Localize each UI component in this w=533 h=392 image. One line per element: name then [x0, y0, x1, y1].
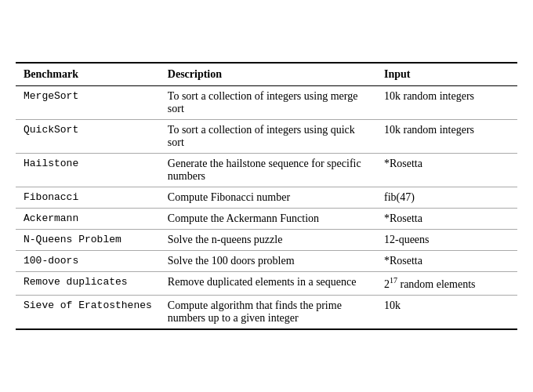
table-row: Remove duplicatesRemove duplicated eleme…	[16, 272, 517, 296]
input-cell: *Rosetta	[376, 251, 517, 272]
description-cell: Compute algorithm that finds the prime n…	[160, 295, 376, 329]
benchmark-cell: Hailstone	[16, 154, 160, 187]
header-benchmark: Benchmark	[16, 63, 160, 86]
table-row: 100-doorsSolve the 100 doors problem*Ros…	[16, 251, 517, 272]
description-cell: Generate the hailstone sequence for spec…	[160, 154, 376, 187]
description-cell: To sort a collection of integers using m…	[160, 86, 376, 120]
benchmark-table-container: Benchmark Description Input MergeSortTo …	[16, 62, 517, 330]
table-row: FibonacciCompute Fibonacci numberfib(47)	[16, 187, 517, 209]
table-row: QuickSortTo sort a collection of integer…	[16, 120, 517, 154]
table-header-row: Benchmark Description Input	[16, 63, 517, 86]
description-cell: Compute Fibonacci number	[160, 187, 376, 209]
table-row: HailstoneGenerate the hailstone sequence…	[16, 154, 517, 187]
description-cell: Solve the 100 doors problem	[160, 251, 376, 272]
input-cell: 217 random elements	[376, 272, 517, 296]
header-description: Description	[160, 63, 376, 86]
table-row: N-Queens ProblemSolve the n-queens puzzl…	[16, 230, 517, 251]
description-cell: Solve the n-queens puzzle	[160, 230, 376, 251]
input-cell: 10k	[376, 295, 517, 329]
description-cell: To sort a collection of integers using q…	[160, 120, 376, 154]
benchmark-cell: MergeSort	[16, 86, 160, 120]
input-cell: fib(47)	[376, 187, 517, 209]
description-cell: Remove duplicated elements in a sequence	[160, 272, 376, 296]
benchmark-cell: QuickSort	[16, 120, 160, 154]
input-cell: 12-queens	[376, 230, 517, 251]
table-row: Sieve of EratosthenesCompute algorithm t…	[16, 295, 517, 329]
header-input: Input	[376, 63, 517, 86]
benchmark-cell: Ackermann	[16, 209, 160, 230]
benchmark-cell: Fibonacci	[16, 187, 160, 209]
benchmark-cell: Remove duplicates	[16, 272, 160, 296]
benchmark-cell: Sieve of Eratosthenes	[16, 295, 160, 329]
input-cell: 10k random integers	[376, 86, 517, 120]
table-row: MergeSortTo sort a collection of integer…	[16, 86, 517, 120]
table-row: AckermannCompute the Ackermann Function*…	[16, 209, 517, 230]
benchmark-cell: 100-doors	[16, 251, 160, 272]
description-cell: Compute the Ackermann Function	[160, 209, 376, 230]
input-cell: *Rosetta	[376, 209, 517, 230]
input-cell: 10k random integers	[376, 120, 517, 154]
benchmark-cell: N-Queens Problem	[16, 230, 160, 251]
benchmark-table: Benchmark Description Input MergeSortTo …	[16, 62, 517, 330]
input-cell: *Rosetta	[376, 154, 517, 187]
